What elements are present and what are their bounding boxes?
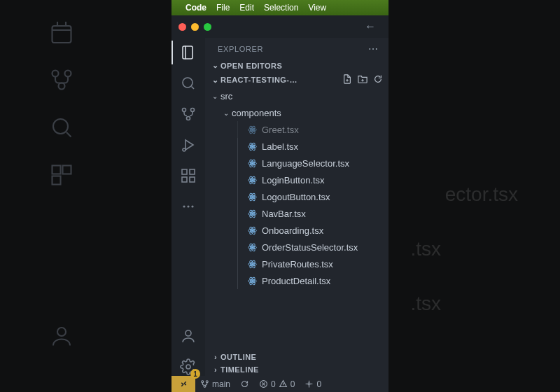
explorer-title-label: EXPLORER (218, 45, 263, 53)
svg-point-22 (251, 129, 253, 130)
file-tree: ⌄ src ⌄ components Greet.tsxLabel.tsxLan… (205, 88, 388, 351)
zoom-window-button[interactable] (204, 23, 211, 31)
menubar-app-name[interactable]: Code (186, 3, 206, 13)
menubar-item-edit[interactable]: Edit (239, 3, 254, 13)
svg-point-54 (251, 263, 253, 265)
settings-badge-count: 1 (190, 369, 200, 379)
svg-rect-15 (182, 177, 187, 182)
ports-count: 0 (316, 379, 321, 389)
macos-menubar: Code File Edit Selection View (172, 0, 388, 15)
section-outline[interactable]: › OUTLINE (205, 351, 388, 363)
svg-point-50 (251, 246, 253, 248)
explorer-sidebar: EXPLORER ⋯ ⌄ OPEN EDITORS ⌄ REACT-TESTIN… (205, 38, 388, 376)
file-label: NavBar.tsx (262, 209, 306, 219)
window-controls (178, 23, 211, 31)
chevron-right-icon: › (211, 353, 220, 361)
activity-search-icon[interactable] (179, 74, 197, 92)
menubar-item-view[interactable]: View (308, 3, 326, 13)
react-file-icon (246, 158, 258, 169)
status-sync[interactable] (235, 376, 254, 392)
svg-point-21 (186, 365, 190, 369)
svg-point-11 (187, 117, 190, 120)
menubar-item-file[interactable]: File (216, 3, 230, 13)
react-file-icon (246, 225, 258, 236)
section-label: TIMELINE (220, 365, 259, 374)
activity-explorer-icon[interactable] (179, 43, 197, 62)
file-row[interactable]: Label.tsx (205, 138, 388, 155)
editor-body: 1 EXPLORER ⋯ ⌄ OPEN EDITORS ⌄ REACT-TEST… (172, 38, 388, 376)
indent-guide (237, 138, 238, 155)
status-branch[interactable]: main (195, 376, 235, 392)
status-bar: main 0 0 0 (172, 376, 388, 392)
file-row[interactable]: LogoutButton.tsx (205, 188, 388, 205)
file-label: LanguageSelector.tsx (262, 158, 349, 169)
svg-rect-13 (182, 169, 187, 174)
svg-point-1 (65, 71, 71, 77)
file-row[interactable]: NavBar.tsx (205, 205, 388, 222)
svg-point-2 (59, 83, 65, 90)
activity-accounts-icon[interactable] (179, 327, 197, 345)
section-timeline[interactable]: › TIMELINE (205, 363, 388, 376)
file-row[interactable]: PrivateRoutes.tsx (205, 255, 388, 272)
navigate-back-icon[interactable]: ← (363, 20, 377, 33)
svg-point-62 (202, 381, 204, 383)
workspace-tools (342, 74, 383, 85)
file-label: LoginButton.tsx (262, 175, 325, 186)
react-file-icon (246, 241, 258, 253)
svg-point-38 (251, 196, 253, 197)
folder-label: src (220, 91, 232, 102)
refresh-icon[interactable] (373, 74, 383, 85)
file-row[interactable]: Greet.tsx (205, 121, 388, 138)
svg-rect-16 (190, 177, 195, 182)
file-row[interactable]: LoginButton.tsx (205, 172, 388, 188)
indent-guide (237, 188, 238, 205)
folder-components[interactable]: ⌄ components (205, 104, 388, 121)
svg-point-42 (251, 213, 253, 214)
new-folder-icon[interactable] (358, 74, 368, 85)
svg-point-12 (183, 148, 186, 151)
minimize-window-button[interactable] (191, 23, 199, 31)
warning-count: 0 (290, 379, 295, 389)
svg-point-63 (206, 381, 208, 383)
window-titlebar: ← (172, 15, 388, 38)
indent-guide (237, 222, 238, 239)
react-file-icon (246, 124, 258, 135)
close-window-button[interactable] (178, 23, 186, 31)
remote-indicator[interactable] (172, 376, 195, 392)
react-file-icon (246, 174, 258, 186)
vscode-window: ← (172, 15, 388, 392)
chevron-down-icon: ⌄ (223, 109, 232, 117)
svg-point-0 (52, 71, 59, 77)
file-label: OrderStatusSelector.tsx (262, 242, 358, 253)
react-file-icon (246, 275, 258, 286)
activity-bar: 1 (172, 38, 205, 376)
svg-rect-6 (52, 176, 61, 185)
file-label: Onboarding.tsx (262, 225, 323, 236)
svg-point-10 (191, 108, 195, 112)
menubar-item-selection[interactable]: Selection (264, 3, 298, 13)
activity-source-control-icon[interactable] (179, 105, 197, 123)
activity-extensions-icon[interactable] (179, 167, 197, 185)
explorer-more-icon[interactable]: ⋯ (368, 43, 379, 55)
activity-overflow-icon[interactable] (179, 197, 197, 216)
file-row[interactable]: ProductDetail.tsx (205, 272, 388, 289)
activity-settings-icon[interactable]: 1 (179, 358, 197, 376)
status-problems[interactable]: 0 0 (254, 376, 300, 392)
section-open-editors[interactable]: ⌄ OPEN EDITORS (205, 59, 388, 72)
new-file-icon[interactable] (342, 74, 352, 85)
file-row[interactable]: OrderStatusSelector.tsx (205, 239, 388, 255)
section-label: REACT-TESTING-… (220, 76, 298, 84)
file-row[interactable]: Onboarding.tsx (205, 222, 388, 239)
indent-guide (237, 255, 238, 272)
indent-guide (237, 205, 238, 222)
file-label: Greet.tsx (262, 125, 299, 135)
svg-point-20 (186, 330, 191, 336)
folder-src[interactable]: ⌄ src (205, 88, 388, 104)
status-ports[interactable]: 0 (300, 376, 326, 392)
svg-point-34 (251, 179, 253, 181)
section-workspace[interactable]: ⌄ REACT-TESTING-… (205, 72, 388, 88)
svg-point-19 (191, 205, 193, 207)
file-row[interactable]: LanguageSelector.tsx (205, 155, 388, 172)
svg-point-64 (204, 385, 206, 387)
activity-run-debug-icon[interactable] (179, 136, 197, 154)
